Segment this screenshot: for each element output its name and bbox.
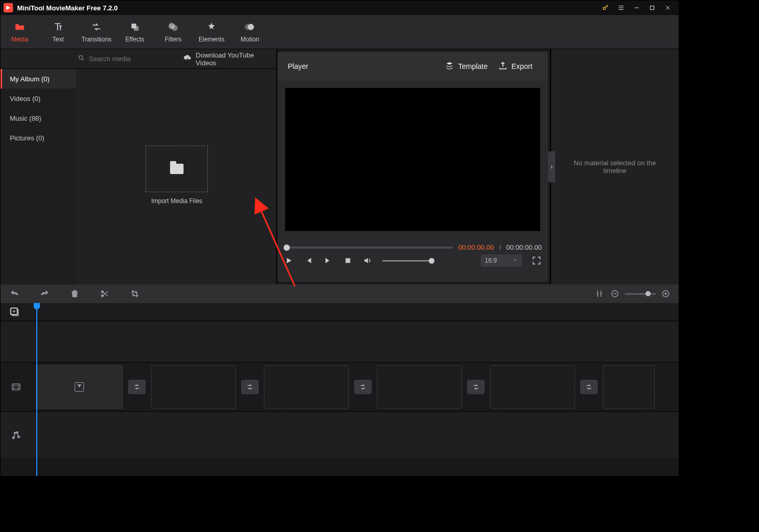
svg-point-7 [245, 24, 251, 30]
crop-button[interactable] [129, 288, 140, 299]
add-track-button[interactable] [9, 306, 20, 318]
sidebar-item-pictures[interactable]: Pictures (0) [1, 128, 76, 148]
zoom-out-button[interactable] [610, 289, 620, 298]
scrub-slider[interactable] [284, 247, 453, 249]
folder-icon [170, 164, 184, 174]
clip-slot[interactable] [264, 365, 349, 409]
svg-point-0 [603, 7, 606, 10]
folder-icon [14, 21, 25, 33]
app-logo-icon [4, 3, 13, 12]
tab-motion[interactable]: Motion [231, 15, 269, 49]
ribbon: Media Text Transitions Effects Filters E… [1, 15, 679, 49]
volume-button[interactable] [362, 255, 373, 266]
inspector-collapse-handle[interactable]: › [548, 151, 555, 182]
delete-button[interactable] [69, 288, 80, 299]
timeline-toolbar [1, 284, 679, 303]
download-youtube-label: Download YouTube Videos [196, 51, 269, 67]
tab-transitions[interactable]: Transitions [77, 15, 116, 49]
play-button[interactable] [284, 255, 294, 266]
search-input[interactable] [89, 55, 176, 63]
stop-button[interactable] [343, 255, 353, 266]
tab-filters[interactable]: Filters [154, 15, 192, 49]
tab-label: Text [52, 36, 64, 43]
video-track-icon [1, 363, 32, 411]
redo-button[interactable] [39, 288, 50, 299]
tab-elements[interactable]: Elements [192, 15, 231, 49]
effects-icon [129, 21, 140, 33]
sidebar-item-my-album[interactable]: My Album (0) [1, 69, 76, 89]
split-button[interactable] [99, 288, 110, 299]
template-icon [445, 61, 454, 72]
audio-track-icon [1, 412, 32, 458]
timecode-current: 00:00:00.00 [458, 243, 494, 251]
svg-rect-10 [346, 258, 350, 263]
menu-icon[interactable] [613, 1, 629, 15]
media-pane: Download YouTube Videos My Album (0) Vid… [1, 49, 277, 284]
fit-zoom-button[interactable] [594, 288, 605, 299]
media-content: Import Media Files [76, 69, 276, 284]
text-icon [52, 21, 64, 33]
clip-drop-slot[interactable] [36, 365, 123, 409]
export-icon [498, 61, 508, 72]
chevron-down-icon [513, 257, 518, 264]
transition-slot[interactable] [467, 380, 485, 394]
app-title: MiniTool MovieMaker Free 7.2.0 [17, 4, 118, 12]
filters-icon [167, 21, 179, 33]
import-media-dropzone[interactable] [146, 146, 208, 192]
timeline-ruler[interactable] [1, 303, 679, 321]
text-track[interactable] [1, 321, 679, 362]
clip-slot[interactable] [151, 365, 236, 409]
video-preview[interactable] [285, 88, 540, 231]
fullscreen-button[interactable] [531, 255, 542, 266]
tab-label: Filters [165, 36, 182, 43]
cloud-download-icon [184, 54, 192, 64]
timecode-sep: / [499, 243, 501, 251]
minimize-button[interactable] [629, 1, 644, 15]
transitions-icon [91, 21, 102, 33]
sidebar-item-music[interactable]: Music (88) [1, 108, 76, 128]
inspector-message: No material selected on the timeline [551, 159, 679, 175]
tab-media[interactable]: Media [1, 15, 39, 49]
timecode-total: 00:00:00.00 [506, 243, 542, 251]
prev-frame-button[interactable] [303, 255, 314, 266]
transition-slot[interactable] [580, 380, 598, 394]
inspector-pane: › No material selected on the timeline [550, 49, 679, 284]
next-frame-button[interactable] [323, 255, 333, 266]
tab-text[interactable]: Text [39, 15, 77, 49]
svg-point-8 [79, 55, 82, 59]
activate-key-icon[interactable] [598, 1, 613, 15]
tab-label: Transitions [81, 36, 111, 43]
sidebar-item-videos[interactable]: Videos (0) [1, 89, 76, 108]
tab-effects[interactable]: Effects [116, 15, 154, 49]
transition-slot[interactable] [128, 380, 146, 394]
player-pane: Player Template Export 00:00:00.00 / 00: [277, 52, 548, 282]
transition-slot[interactable] [241, 380, 259, 394]
aspect-ratio-select[interactable]: 16:9 [481, 254, 522, 267]
video-track[interactable] [1, 362, 679, 411]
zoom-in-button[interactable] [661, 289, 670, 298]
template-button[interactable]: Template [440, 61, 493, 72]
player-title: Player [288, 62, 308, 70]
import-media-label: Import Media Files [146, 197, 208, 205]
media-toolbar: Download YouTube Videos [1, 49, 276, 69]
audio-track[interactable] [1, 411, 679, 458]
volume-slider[interactable] [382, 260, 432, 262]
timeline [1, 303, 679, 476]
tab-label: Elements [199, 36, 224, 43]
elements-icon [206, 21, 217, 33]
svg-rect-1 [651, 6, 654, 10]
clip-slot[interactable] [377, 365, 462, 409]
svg-point-5 [172, 25, 177, 31]
close-button[interactable] [660, 1, 676, 15]
download-youtube-button[interactable]: Download YouTube Videos [176, 51, 276, 67]
playhead[interactable] [36, 303, 37, 476]
transition-slot[interactable] [354, 380, 372, 394]
undo-button[interactable] [9, 288, 20, 299]
maximize-button[interactable] [644, 1, 660, 15]
clip-slot[interactable] [603, 365, 655, 409]
motion-icon [244, 21, 256, 33]
svg-rect-3 [134, 26, 138, 31]
export-button[interactable]: Export [493, 61, 538, 72]
clip-slot[interactable] [490, 365, 575, 409]
zoom-slider[interactable] [625, 293, 656, 295]
